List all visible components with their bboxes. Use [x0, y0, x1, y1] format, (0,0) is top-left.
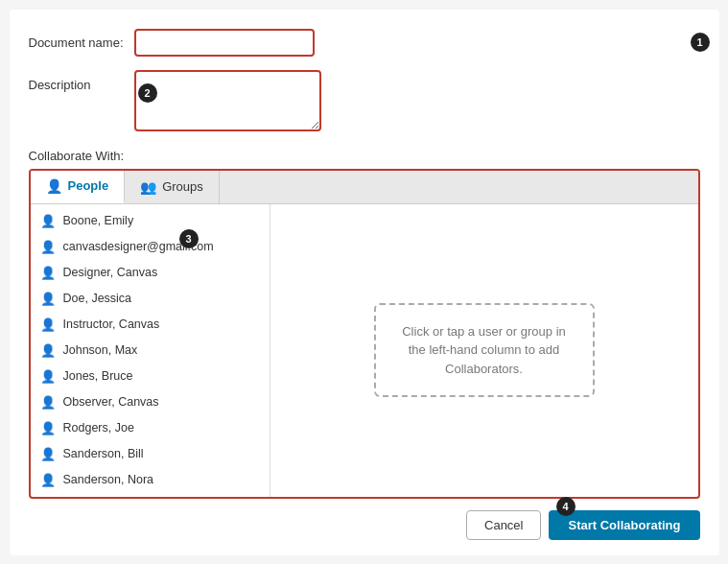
person-name: Doe, Jessica: [63, 292, 132, 305]
person-name: Johnson, Max: [63, 343, 138, 357]
list-item[interactable]: 👤 Doe, Jessica: [31, 286, 270, 312]
badge-1: 1: [691, 33, 710, 52]
groups-icon: 👥: [140, 179, 156, 195]
document-name-wrapper: 1: [134, 29, 700, 57]
person-icon: 👤: [40, 266, 56, 280]
collaborate-with-label: Collaborate With:: [29, 149, 700, 163]
person-icon: 👤: [40, 473, 56, 487]
document-name-row: Document name: 1: [29, 29, 700, 57]
badge-2: 2: [138, 83, 157, 103]
list-item[interactable]: 👤 canvasdesigner@gmail.com: [31, 234, 270, 260]
person-icon: 👤: [40, 240, 56, 254]
right-panel: Click or tap a user or group in the left…: [270, 204, 698, 497]
person-icon: 👤: [40, 292, 56, 306]
list-item[interactable]: 👤 Sanderson, Nora: [31, 467, 270, 493]
person-icon: 👤: [40, 421, 56, 435]
person-name: Instructor, Canvas: [63, 317, 160, 331]
list-item[interactable]: 👤 Boone, Emily: [31, 208, 270, 234]
person-name: Rodgers, Joe: [63, 421, 134, 435]
tab-groups-label: Groups: [162, 179, 203, 194]
start-collaborating-button[interactable]: Start Collaborating: [549, 510, 699, 540]
person-icon: 👤: [40, 214, 56, 228]
list-item[interactable]: 👤 Sanderson, Bill: [31, 441, 270, 467]
hint-box: Click or tap a user or group in the left…: [374, 303, 595, 398]
person-icon: 👤: [46, 178, 62, 194]
person-name: Sanderson, Bill: [63, 447, 144, 460]
list-item[interactable]: 👤 Instructor, Canvas: [31, 312, 270, 338]
description-row: Description 2: [29, 70, 700, 135]
dialog: Document name: 1 Description 2 Collabora…: [10, 10, 719, 555]
hint-text: Click or tap a user or group in the left…: [402, 324, 566, 376]
person-icon: 👤: [40, 395, 56, 410]
person-name: Boone, Emily: [63, 214, 134, 227]
person-icon: 👤: [40, 369, 56, 384]
description-label: Description: [29, 70, 134, 92]
cancel-button[interactable]: Cancel: [466, 510, 541, 540]
people-list: 3 👤 Boone, Emily 👤 canvasdesigner@gmail.…: [31, 204, 270, 497]
badge-4: 4: [556, 497, 575, 516]
document-name-input[interactable]: [134, 29, 315, 57]
description-input[interactable]: [134, 70, 321, 131]
content-area: 3 👤 Boone, Emily 👤 canvasdesigner@gmail.…: [31, 204, 698, 497]
description-wrapper: 2: [134, 70, 700, 135]
tab-people-label: People: [68, 178, 109, 193]
document-name-label: Document name:: [29, 35, 134, 50]
collaborate-box: 👤 People 👥 Groups 3 👤 Boone, Emily 👤: [29, 169, 700, 499]
list-item[interactable]: 👤 Rodgers, Joe: [31, 415, 270, 441]
badge-3: 3: [179, 229, 199, 248]
tab-people[interactable]: 👤 People: [31, 171, 126, 203]
person-icon: 👤: [40, 447, 56, 461]
tab-groups[interactable]: 👥 Groups: [125, 171, 220, 203]
list-item[interactable]: 👤 Johnson, Max: [31, 338, 270, 364]
person-name: Sanderson, Nora: [63, 473, 154, 486]
person-name: Designer, Canvas: [63, 266, 158, 279]
footer-row: 4 Cancel Start Collaborating: [29, 510, 700, 540]
list-item[interactable]: 👤 Jones, Bruce: [31, 364, 270, 389]
person-name: Jones, Bruce: [63, 369, 133, 383]
person-icon: 👤: [40, 317, 56, 332]
person-name: Observer, Canvas: [63, 395, 159, 409]
list-item[interactable]: 👤 Observer, Canvas: [31, 389, 270, 415]
list-item[interactable]: 👤 Designer, Canvas: [31, 260, 270, 286]
tabs-bar: 👤 People 👥 Groups: [31, 171, 698, 204]
person-icon: 👤: [40, 343, 56, 358]
